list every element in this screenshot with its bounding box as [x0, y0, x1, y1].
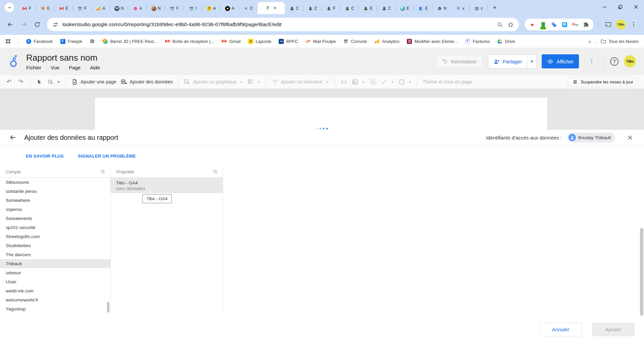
account-list-item[interactable]: Thibault — [0, 259, 110, 268]
browser-tab[interactable]: C — [377, 3, 395, 14]
sheet-green-extension-icon[interactable]: new — [540, 21, 546, 27]
account-list-item[interactable]: Somewhere — [0, 196, 110, 205]
browser-tab[interactable]: F — [73, 3, 91, 14]
account-list-item[interactable]: Studiobebes — [0, 241, 110, 250]
browser-tab[interactable]: E — [54, 3, 73, 14]
bookmark-item[interactable]: +XBPFC — [279, 39, 298, 44]
account-list-item[interactable]: Uzan — [0, 277, 110, 286]
add-shape-button[interactable]: ▼ — [398, 79, 412, 85]
account-list-scrollbar[interactable] — [107, 302, 109, 312]
browser-tab[interactable]: Gv — [451, 3, 469, 14]
zoom-tool-button[interactable]: ▼ — [47, 79, 60, 85]
account-list-item[interactable]: urbasur — [0, 268, 110, 277]
menu-fichier[interactable]: Fichier — [26, 65, 41, 70]
browser-tab[interactable]: N — [432, 3, 451, 14]
all-bookmarks-button[interactable]: Tous les favoris — [601, 39, 639, 44]
account-list-item[interactable]: Yagoshop — [0, 304, 110, 314]
account-list-item[interactable]: soperou — [0, 205, 110, 214]
url-text[interactable]: lookerstudio.google.com/u/0/reporting/31… — [62, 21, 493, 27]
maximize-button[interactable] — [612, 0, 628, 13]
add-line-button[interactable]: ▼ — [381, 79, 394, 85]
tab-close-icon[interactable]: ✕ — [273, 6, 277, 10]
add-button[interactable]: Ajouter — [592, 323, 635, 336]
bookmark-item[interactable]: Gmail — [221, 39, 240, 44]
browser-menu-button[interactable] — [628, 19, 639, 30]
search-icon[interactable] — [100, 169, 106, 175]
bookmark-item[interactable] — [90, 39, 95, 44]
bookmark-star-icon[interactable] — [507, 21, 514, 28]
menu-vue[interactable]: Vue — [51, 65, 59, 70]
more-options-button[interactable] — [584, 54, 599, 69]
site-settings-icon[interactable] — [52, 21, 59, 28]
browser-tab[interactable]: ✳C — [239, 3, 257, 14]
browser-tab[interactable]: E — [36, 3, 54, 14]
report-title[interactable]: Rapport sans nom — [26, 53, 100, 63]
address-bar[interactable]: lookerstudio.google.com/u/0/reporting/31… — [47, 18, 519, 31]
report-problem-link[interactable]: SIGNALER UN PROBLÈME — [78, 154, 136, 159]
minimize-button[interactable] — [597, 0, 612, 13]
bookmark-item[interactable]: cPMail Poulpe — [305, 39, 336, 44]
browser-tab-active[interactable]: F✕ — [257, 2, 285, 14]
report-page[interactable] — [95, 97, 548, 130]
bookmark-item[interactable]: FFactures — [465, 39, 490, 44]
add-chart-button[interactable]: Ajouter un graphique ▼ — [184, 79, 243, 85]
tag-blue-extension-icon[interactable] — [551, 21, 557, 27]
m-blue-extension-icon[interactable]: M — [561, 21, 568, 27]
puzzle-extension-icon[interactable] — [583, 21, 589, 27]
theme-layout-button[interactable]: Thème et mise en page — [423, 79, 472, 84]
modal-back-button[interactable] — [8, 133, 17, 142]
browser-tab[interactable]: E — [414, 3, 432, 14]
star-red-extension-icon[interactable]: ★ — [529, 21, 535, 27]
bookmark-item[interactable]: Drive — [497, 39, 515, 44]
browser-tab[interactable]: A — [91, 3, 110, 14]
undo-button[interactable]: ↶ — [5, 78, 13, 86]
forward-button[interactable] — [18, 19, 30, 30]
apps-grid-button[interactable] — [5, 39, 11, 44]
modal-close-button[interactable] — [624, 131, 636, 144]
account-list-item[interactable]: sp101-securité — [0, 223, 110, 232]
bookmark-item[interactable]: Console — [343, 39, 367, 44]
share-dropdown-button[interactable]: ▼ — [527, 55, 536, 68]
share-button[interactable]: Partager — [488, 55, 527, 68]
view-button[interactable]: Afficher — [542, 54, 579, 68]
bookmark-item[interactable]: Boîte de réception (... — [165, 39, 214, 44]
learn-more-link[interactable]: EN SAVOIR PLUS — [26, 154, 64, 159]
browser-tab[interactable]: F — [322, 3, 340, 14]
search-icon[interactable] — [212, 169, 218, 175]
property-item[interactable]: Tibo - GA4 GA4 | 382069893 — [111, 178, 223, 193]
cast-button[interactable] — [602, 19, 614, 30]
htag-extension-icon[interactable]: Htag — [572, 21, 578, 27]
add-image-button[interactable]: ▼ — [352, 79, 365, 85]
browser-tab[interactable]: c — [469, 3, 488, 14]
account-list-item[interactable]: Streetogolfs.com — [0, 232, 110, 241]
bookmark-item[interactable]: Analytics — [374, 39, 399, 44]
community-visualizations-button[interactable]: ▼ — [248, 79, 261, 85]
browser-tab[interactable]: I — [183, 3, 202, 14]
pause-updates-button[interactable]: Suspendre les mises à jour — [567, 77, 639, 87]
help-button[interactable]: ? — [610, 57, 619, 66]
account-list-item[interactable]: wedd-ink.com — [0, 286, 110, 295]
add-control-button[interactable]: Ajouter un sélecteur ▼ — [272, 79, 329, 85]
tab-search-button[interactable] — [5, 3, 14, 12]
browser-tab[interactable]: F — [165, 3, 183, 14]
cancel-button[interactable]: Annuler — [539, 323, 582, 336]
reload-button[interactable] — [32, 19, 43, 30]
account-list-item[interactable]: Sorealevents — [0, 214, 110, 223]
add-text-button[interactable] — [369, 78, 377, 86]
add-data-button[interactable]: Ajouter des données — [121, 79, 173, 85]
browser-tab[interactable]: TA — [202, 3, 220, 14]
select-cursor-button[interactable] — [36, 78, 43, 86]
menu-page[interactable]: Page — [69, 65, 80, 70]
bookmark-item[interactable]: @Modifier avec Eleme... — [407, 39, 458, 44]
embed-button[interactable] — [340, 78, 347, 86]
account-avatar[interactable]: TiBo — [624, 55, 636, 67]
profile-avatar[interactable]: TiBo — [616, 19, 626, 30]
browser-tab[interactable]: E — [395, 3, 414, 14]
redo-button[interactable]: ↷ — [17, 78, 24, 86]
browser-tab[interactable]: N — [147, 3, 165, 14]
account-list-item[interactable]: welcomeworld.fr — [0, 295, 110, 304]
browser-tab[interactable]: A — [220, 3, 239, 14]
account-list-item[interactable]: Sillousoune — [0, 178, 110, 187]
browser-tab[interactable]: A — [128, 3, 147, 14]
modal-scrollbar[interactable] — [640, 228, 643, 316]
